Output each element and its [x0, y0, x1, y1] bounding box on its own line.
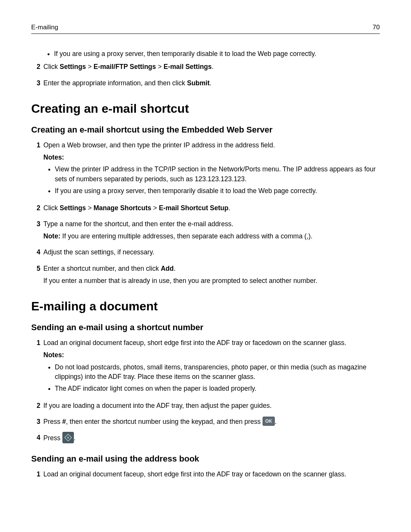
step-3: 3 Press #, then enter the shortcut numbe… — [31, 417, 380, 429]
note-item: View the printer IP address in the TCP/I… — [55, 165, 380, 184]
step-1: 1 Open a Web browser, and then type the … — [31, 140, 380, 199]
note-item: If you are using a proxy server, then te… — [55, 186, 380, 196]
heading-create-shortcut: Creating an e-mail shortcut — [31, 102, 380, 116]
step-3: 3 Enter the appropriate information, and… — [31, 78, 380, 90]
note-item: Do not load postcards, photos, small ite… — [55, 363, 380, 382]
notes-label: Notes: — [43, 152, 380, 162]
ews-steps: 1 Open a Web browser, and then type the … — [31, 140, 380, 288]
subheading-ews: Creating an e-mail shortcut using the Em… — [31, 125, 380, 135]
step-4: 4 Adjust the scan settings, if necessary… — [31, 247, 380, 259]
bullet-item: If you are using a proxy server, then te… — [54, 49, 380, 59]
page-header: E-mailing 70 — [31, 24, 380, 34]
step-5: 5 Enter a shortcut number, and then clic… — [31, 264, 380, 288]
notes-list: Do not load postcards, photos, small ite… — [43, 363, 380, 394]
svg-point-1 — [67, 437, 68, 438]
header-section: E-mailing — [31, 24, 58, 31]
step-4: 4 Press . — [31, 433, 380, 446]
note-item: The ADF indicator light comes on when th… — [55, 384, 380, 393]
step-2: 2 Click Settings > Manage Shortcuts > E-… — [31, 203, 380, 215]
continued-bullets: If you are using a proxy server, then te… — [31, 49, 380, 59]
addressbook-steps: 1 Load an original document faceup, shor… — [31, 469, 380, 481]
notes-label: Notes: — [43, 350, 380, 360]
subheading-shortcut-number: Sending an e-mail using a shortcut numbe… — [31, 323, 380, 332]
step-3: 3 Type a name for the shortcut, and then… — [31, 219, 380, 244]
shortcut-steps: 1 Load an original document faceup, shor… — [31, 338, 380, 446]
ok-button-icon: OK — [263, 417, 275, 426]
step-2: 2 Click Settings > E-mail/FTP Settings >… — [31, 62, 380, 74]
notes-list: View the printer IP address in the TCP/I… — [43, 165, 380, 196]
step-1: 1 Load an original document faceup, shor… — [31, 469, 380, 481]
step-1: 1 Load an original document faceup, shor… — [31, 338, 380, 397]
header-page-number: 70 — [373, 24, 380, 31]
subheading-address-book: Sending an e-mail using the address book — [31, 454, 380, 464]
heading-emailing-document: E-mailing a document — [31, 299, 380, 313]
continued-steps: 2 Click Settings > E-mail/FTP Settings >… — [31, 62, 380, 90]
document-page: E-mailing 70 If you are using a proxy se… — [0, 0, 411, 532]
step-2: 2 If you are loading a document into the… — [31, 401, 380, 413]
start-diamond-icon — [62, 432, 74, 443]
